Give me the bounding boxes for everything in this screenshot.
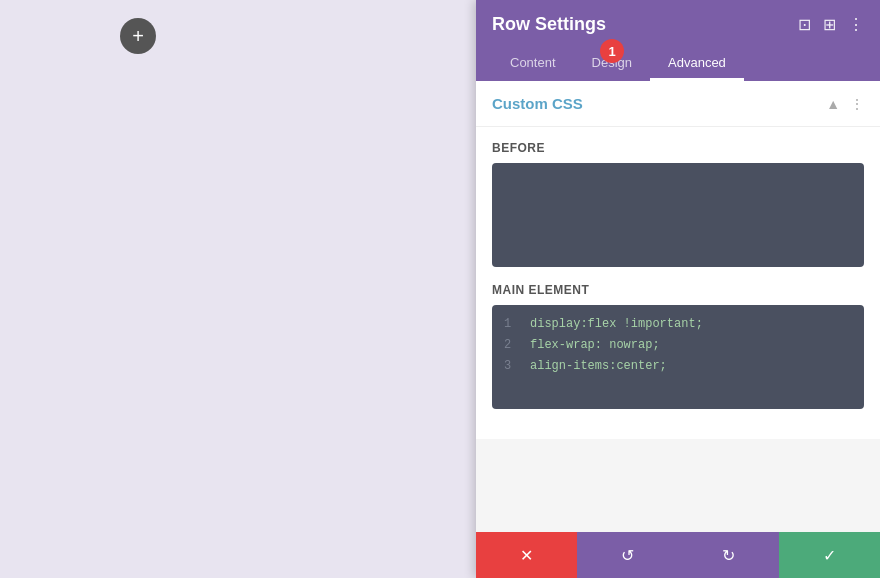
section-header-icons: ▲ ⋮ [826,96,864,112]
section-title: Custom CSS [492,95,583,112]
code-text-1: display:flex !important; [530,315,703,334]
add-element-button[interactable]: + [120,18,156,54]
plus-icon: + [132,25,144,48]
settings-panel: Row Settings ⊡ ⊞ ⋮ Content Design Advanc… [476,0,880,578]
tabs-container: Content Design Advanced 1 [492,47,864,81]
collapse-icon[interactable]: ▲ [826,96,840,112]
before-label: Before [492,141,864,155]
code-line-3: 3 align-items:center; [504,357,852,376]
more-icon[interactable]: ⋮ [848,15,864,34]
resize-icon[interactable]: ⊡ [798,15,811,34]
before-code-editor[interactable] [492,163,864,267]
step-badge-1: 1 [600,39,624,63]
line-num-2: 2 [504,336,522,355]
cancel-button[interactable]: ✕ [476,532,577,578]
panel-title-row: Row Settings ⊡ ⊞ ⋮ [492,14,864,35]
line-num-3: 3 [504,357,522,376]
section-body: Before 2 Main Element 1 display:flex !im… [476,127,880,439]
columns-icon[interactable]: ⊞ [823,15,836,34]
canvas-area: + [0,0,476,578]
tab-advanced[interactable]: Advanced [650,47,744,81]
code-text-3: align-items:center; [530,357,667,376]
save-button[interactable]: ✓ [779,532,880,578]
panel-footer: ✕ ↺ ↻ ✓ [476,532,880,578]
section-header: Custom CSS ▲ ⋮ [476,81,880,127]
code-text-2: flex-wrap: nowrap; [530,336,660,355]
code-line-2: 2 flex-wrap: nowrap; [504,336,852,355]
panel-body: Custom CSS ▲ ⋮ Before 2 Main Element [476,81,880,532]
undo-button[interactable]: ↺ [577,532,678,578]
main-element-label: Main Element [492,283,864,297]
code-line-1: 1 display:flex !important; [504,315,852,334]
panel-icons: ⊡ ⊞ ⋮ [798,15,864,34]
main-element-code-editor[interactable]: 1 display:flex !important; 2 flex-wrap: … [492,305,864,409]
panel-title: Row Settings [492,14,606,35]
section-more-icon[interactable]: ⋮ [850,96,864,112]
panel-header: Row Settings ⊡ ⊞ ⋮ Content Design Advanc… [476,0,880,81]
main-element-container: 2 Main Element 1 display:flex !important… [492,283,864,409]
line-num-1: 1 [504,315,522,334]
redo-button[interactable]: ↻ [678,532,779,578]
custom-css-section: Custom CSS ▲ ⋮ Before 2 Main Element [476,81,880,439]
tab-content[interactable]: Content [492,47,574,81]
